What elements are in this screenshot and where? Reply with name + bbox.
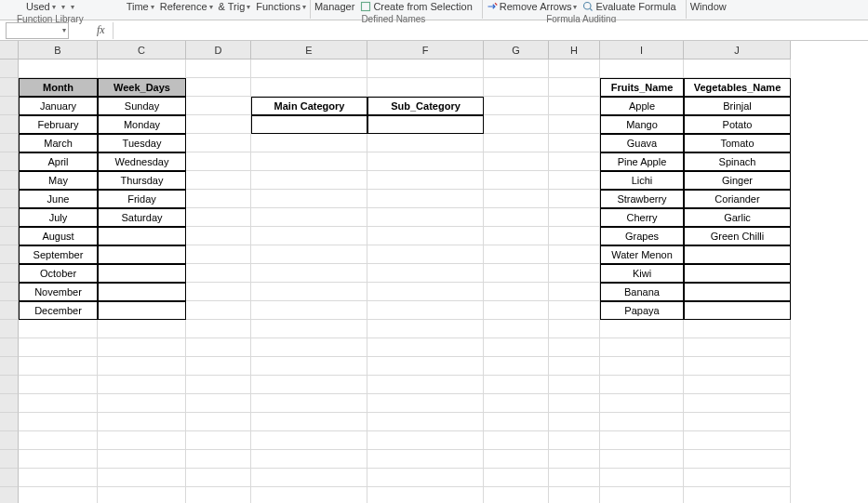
cell[interactable]: [367, 450, 484, 469]
cell[interactable]: Tomato: [684, 134, 791, 152]
cell[interactable]: Grapes: [600, 227, 684, 245]
formula-input[interactable]: [113, 22, 868, 39]
cell[interactable]: [684, 338, 791, 357]
cell[interactable]: March: [19, 134, 98, 152]
cell[interactable]: [98, 301, 186, 320]
col-header-E[interactable]: E: [251, 41, 367, 60]
cell[interactable]: [186, 152, 251, 171]
cell[interactable]: [186, 208, 251, 227]
cell[interactable]: [98, 60, 186, 78]
cell[interactable]: [484, 376, 549, 394]
cell[interactable]: [251, 320, 367, 338]
cell[interactable]: July: [19, 208, 98, 227]
row-header[interactable]: [0, 283, 19, 301]
cell[interactable]: [367, 245, 484, 264]
row-header[interactable]: [0, 431, 19, 450]
ribbon-time[interactable]: Time▾: [127, 1, 154, 12]
cell[interactable]: [367, 357, 484, 376]
cell[interactable]: Water Menon: [600, 245, 684, 264]
cell[interactable]: Vegetables_Name: [684, 78, 791, 97]
cell[interactable]: Saturday: [98, 208, 186, 227]
cell[interactable]: [600, 487, 684, 503]
cell[interactable]: [367, 320, 484, 338]
col-header-B[interactable]: B: [19, 41, 98, 60]
cell[interactable]: Tuesday: [98, 134, 186, 152]
cell[interactable]: [549, 431, 600, 450]
cell[interactable]: [549, 283, 600, 301]
cell[interactable]: [484, 171, 549, 190]
fx-icon[interactable]: fx: [97, 23, 105, 37]
cell[interactable]: [484, 320, 549, 338]
cell[interactable]: [549, 245, 600, 264]
cell[interactable]: Coriander: [684, 190, 791, 208]
cell[interactable]: Monday: [98, 115, 186, 134]
cell[interactable]: [367, 227, 484, 245]
cell[interactable]: [186, 115, 251, 134]
cell[interactable]: Fruits_Name: [600, 78, 684, 97]
cell[interactable]: [600, 431, 684, 450]
cell[interactable]: Green Chilli: [684, 227, 791, 245]
cell[interactable]: [484, 60, 549, 78]
col-header-D[interactable]: D: [186, 41, 251, 60]
cell[interactable]: [251, 301, 367, 320]
cell[interactable]: October: [19, 264, 98, 283]
col-header-C[interactable]: C: [98, 41, 186, 60]
row-header[interactable]: [0, 78, 19, 97]
cell[interactable]: Cherry: [600, 208, 684, 227]
cell[interactable]: [251, 60, 367, 78]
col-header-F[interactable]: F: [367, 41, 484, 60]
cell[interactable]: [549, 469, 600, 487]
cell[interactable]: [251, 190, 367, 208]
cell[interactable]: Friday: [98, 190, 186, 208]
cell[interactable]: June: [19, 190, 98, 208]
cell[interactable]: [600, 413, 684, 431]
cell[interactable]: [98, 413, 186, 431]
cell[interactable]: [186, 376, 251, 394]
cell[interactable]: [484, 190, 549, 208]
row-header[interactable]: [0, 394, 19, 413]
cell[interactable]: [549, 190, 600, 208]
cell[interactable]: [367, 190, 484, 208]
cell[interactable]: [549, 97, 600, 115]
cell[interactable]: [19, 487, 98, 503]
cell[interactable]: [251, 357, 367, 376]
cell[interactable]: [251, 450, 367, 469]
cell[interactable]: [600, 338, 684, 357]
cell[interactable]: [549, 134, 600, 152]
cell[interactable]: Mango: [600, 115, 684, 134]
col-header-J[interactable]: J: [684, 41, 791, 60]
row-header[interactable]: [0, 152, 19, 171]
cell[interactable]: [186, 338, 251, 357]
cell[interactable]: [484, 469, 549, 487]
col-header-I[interactable]: I: [600, 41, 684, 60]
cell[interactable]: Potato: [684, 115, 791, 134]
cell[interactable]: [251, 264, 367, 283]
cell[interactable]: April: [19, 152, 98, 171]
cell[interactable]: [251, 376, 367, 394]
cell[interactable]: [484, 450, 549, 469]
cell[interactable]: [98, 450, 186, 469]
cell[interactable]: [367, 115, 484, 134]
ribbon-remove-arrows[interactable]: Remove Arrows▾: [487, 1, 578, 12]
cell[interactable]: [684, 431, 791, 450]
col-header-G[interactable]: G: [484, 41, 549, 60]
cell[interactable]: [251, 115, 367, 134]
cell[interactable]: Week_Days: [98, 78, 186, 97]
cell[interactable]: [186, 469, 251, 487]
cell[interactable]: [549, 227, 600, 245]
row-header[interactable]: [0, 60, 19, 78]
cell[interactable]: [549, 301, 600, 320]
cell[interactable]: [98, 376, 186, 394]
cell[interactable]: Papaya: [600, 301, 684, 320]
cell[interactable]: [484, 283, 549, 301]
cell[interactable]: [684, 60, 791, 78]
cell[interactable]: [484, 394, 549, 413]
cell[interactable]: [367, 338, 484, 357]
row-header[interactable]: [0, 450, 19, 469]
cell[interactable]: [98, 320, 186, 338]
cell[interactable]: [186, 413, 251, 431]
cell[interactable]: [484, 264, 549, 283]
cell[interactable]: September: [19, 245, 98, 264]
cell[interactable]: [367, 152, 484, 171]
ribbon-watch-window[interactable]: Window: [690, 1, 727, 12]
